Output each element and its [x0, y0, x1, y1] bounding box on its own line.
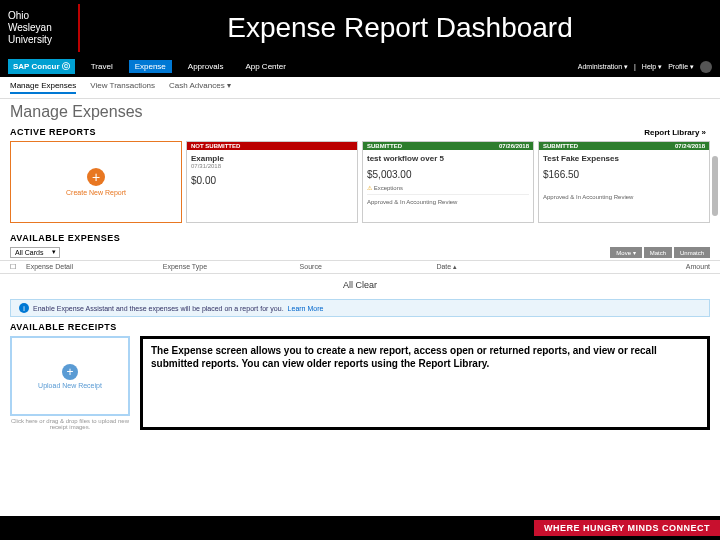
nav-appcenter[interactable]: App Center — [239, 60, 291, 73]
info-icon: i — [19, 303, 29, 313]
report-card-submitted[interactable]: SUBMITTED 07/24/2018 Test Fake Expenses … — [538, 141, 710, 223]
subnav-view-transactions[interactable]: View Transactions — [90, 81, 155, 94]
footer-tagline: WHERE HUNGRY MINDS CONNECT — [534, 520, 720, 536]
exceptions-label: Exceptions — [374, 185, 403, 191]
nav-approvals[interactable]: Approvals — [182, 60, 230, 73]
subnav: Manage Expenses View Transactions Cash A… — [0, 77, 720, 99]
instruction-callout: The Expense screen allows you to create … — [140, 336, 710, 430]
app-topbar: SAP Concur ⓒ Travel Expense Approvals Ap… — [0, 56, 720, 77]
col-expense-type[interactable]: Expense Type — [163, 263, 300, 271]
slide-title: Expense Report Dashboard — [80, 12, 720, 44]
upload-hint: Click here or drag & drop files to uploa… — [10, 418, 130, 430]
banner-text: Enable Expense Assistant and these expen… — [33, 305, 284, 312]
report-card-submitted[interactable]: SUBMITTED 07/26/2018 test workflow over … — [362, 141, 534, 223]
report-amount: $166.50 — [543, 169, 705, 180]
nav-expense[interactable]: Expense — [129, 60, 172, 73]
status-badge: NOT SUBMITTED — [191, 143, 240, 149]
upload-receipt-card[interactable]: + Upload New Receipt — [10, 336, 130, 416]
subnav-manage-expenses[interactable]: Manage Expenses — [10, 81, 76, 94]
report-name: Test Fake Expenses — [543, 154, 705, 163]
report-name: Example — [191, 154, 353, 163]
table-empty-state: All Clear — [0, 274, 720, 296]
plus-icon: + — [62, 364, 78, 380]
filter-select[interactable]: All Cards — [10, 247, 60, 258]
nav-travel[interactable]: Travel — [85, 60, 119, 73]
status-badge: SUBMITTED — [543, 143, 578, 149]
avatar-icon[interactable] — [700, 61, 712, 73]
unmatch-button[interactable]: Unmatch — [674, 247, 710, 258]
university-logo: Ohio Wesleyan University — [0, 4, 80, 52]
expense-assistant-banner: i Enable Expense Assistant and these exp… — [10, 299, 710, 317]
col-source[interactable]: Source — [300, 263, 437, 271]
profile-menu[interactable]: Profile ▾ — [668, 63, 694, 71]
plus-icon: + — [87, 168, 105, 186]
scrollbar[interactable] — [712, 156, 718, 216]
report-date: 07/31/2018 — [191, 163, 353, 169]
active-reports-heading: ACTIVE REPORTS — [0, 125, 106, 139]
report-note: Approved & In Accounting Review — [543, 194, 705, 200]
header-date: 07/26/2018 — [499, 143, 529, 149]
upload-label: Upload New Receipt — [38, 382, 102, 389]
report-card-not-submitted[interactable]: NOT SUBMITTED Example 07/31/2018 $0.00 — [186, 141, 358, 223]
available-receipts-heading: AVAILABLE RECEIPTS — [0, 320, 720, 334]
slide-footer: WHERE HUNGRY MINDS CONNECT — [0, 516, 720, 540]
page-title: Manage Expenses — [0, 99, 720, 125]
status-badge: SUBMITTED — [367, 143, 402, 149]
learn-more-link[interactable]: Learn More — [288, 305, 324, 312]
admin-menu[interactable]: Administration ▾ — [578, 63, 628, 71]
help-menu[interactable]: Help ▾ — [642, 63, 662, 71]
col-date[interactable]: Date ▴ — [436, 263, 573, 271]
match-button[interactable]: Match — [644, 247, 672, 258]
available-expenses-heading: AVAILABLE EXPENSES — [0, 231, 720, 245]
create-new-report-card[interactable]: + Create New Report — [10, 141, 182, 223]
subnav-cash-advances[interactable]: Cash Advances ▾ — [169, 81, 231, 94]
report-library-link[interactable]: Report Library » — [630, 126, 720, 139]
report-amount: $5,003.00 — [367, 169, 529, 180]
concur-logo[interactable]: SAP Concur ⓒ — [8, 59, 75, 74]
move-button[interactable]: Move ▾ — [610, 247, 641, 258]
report-amount: $0.00 — [191, 175, 353, 186]
report-name: test workflow over 5 — [367, 154, 529, 163]
warning-icon: ⚠ — [367, 185, 372, 191]
create-report-label: Create New Report — [66, 189, 126, 196]
report-note: Approved & In Accounting Review — [367, 199, 529, 205]
header-date: 07/24/2018 — [675, 143, 705, 149]
col-amount[interactable]: Amount — [573, 263, 710, 271]
select-all-checkbox[interactable]: ☐ — [10, 263, 26, 271]
col-expense-detail[interactable]: Expense Detail — [26, 263, 163, 271]
